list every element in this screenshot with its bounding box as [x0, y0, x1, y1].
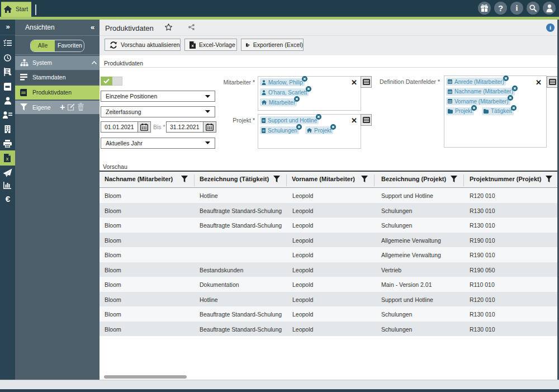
svg-text:x: x: [6, 156, 9, 162]
